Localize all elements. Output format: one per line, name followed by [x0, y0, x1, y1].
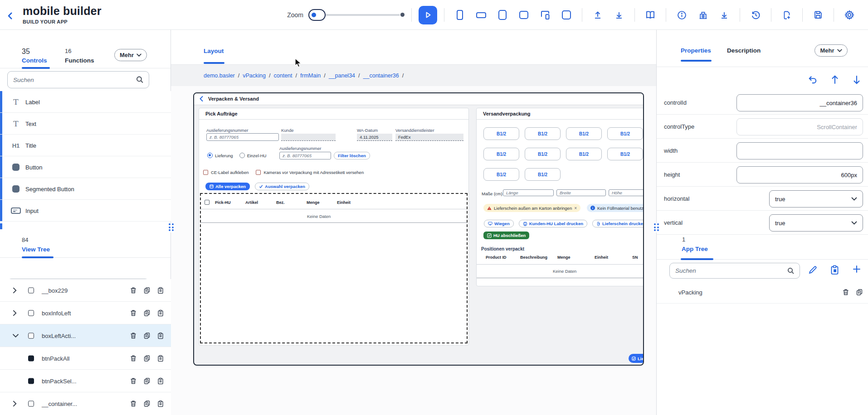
history-icon[interactable]	[747, 6, 764, 24]
tree-row-boxinfoleft[interactable]: boxInfoLeft	[0, 302, 171, 324]
zoom-slider-handle[interactable]	[308, 9, 326, 21]
hu-abschliessen-button[interactable]: HU abschließen	[483, 232, 529, 239]
tab-functions[interactable]: Functions	[65, 57, 94, 64]
copy-icon[interactable]	[144, 287, 150, 294]
radio-lieferung[interactable]	[207, 153, 213, 158]
package-b12-button[interactable]: B1/2	[483, 168, 519, 181]
breadcrumb-item[interactable]: __container36	[363, 72, 399, 79]
control-item-text[interactable]: T Text	[0, 113, 171, 135]
package-b12-button[interactable]: B1/2	[525, 148, 561, 160]
device-responsive-icon[interactable]	[536, 6, 554, 24]
close-icon[interactable]: ×	[574, 206, 577, 211]
package-b12-button[interactable]: B1/2	[607, 148, 643, 160]
tab-layout[interactable]: Layout	[204, 48, 224, 54]
move-down-icon[interactable]	[852, 75, 861, 85]
kameras-checkbox[interactable]	[256, 170, 261, 175]
chevron-right-icon[interactable]	[13, 287, 17, 293]
tab-view-tree[interactable]: View Tree	[22, 246, 50, 253]
auslieferungsnummer-input[interactable]	[206, 133, 279, 141]
copy-icon[interactable]	[144, 401, 150, 407]
paste-icon[interactable]	[157, 401, 164, 407]
package-b12-button[interactable]: B1/2	[525, 127, 561, 140]
device-phone-portrait-icon[interactable]	[451, 6, 468, 24]
height-input[interactable]	[736, 166, 863, 183]
control-item-input[interactable]: Input	[0, 200, 171, 222]
copy-icon[interactable]	[144, 355, 150, 362]
more-button[interactable]: Mehr	[814, 44, 848, 57]
building-icon[interactable]	[694, 6, 712, 24]
tree-row-boxleftacti-selected[interactable]: boxLeftActi...	[0, 324, 171, 347]
package-b12-button[interactable]: B1/2	[483, 148, 519, 160]
back-icon[interactable]	[6, 11, 16, 21]
copy-icon[interactable]	[144, 377, 150, 384]
breadcrumb-item[interactable]: frmMain	[300, 72, 321, 79]
control-item-partial[interactable]	[0, 223, 171, 229]
width-input[interactable]	[736, 142, 863, 159]
clipped-lieferung-button[interactable]: Liefe	[629, 354, 644, 363]
delete-icon[interactable]	[130, 377, 137, 384]
control-item-segmented-button[interactable]: Segmented Button	[0, 178, 171, 200]
info-icon[interactable]	[673, 6, 690, 24]
breite-input[interactable]	[556, 189, 606, 196]
chevron-right-icon[interactable]	[13, 310, 17, 316]
control-item-button[interactable]: Button	[0, 156, 171, 178]
hoehe-input[interactable]	[609, 189, 644, 196]
tab-properties[interactable]: Properties	[681, 47, 711, 54]
add-plus-icon[interactable]	[852, 264, 862, 274]
tree-row-btnpackall[interactable]: btnPackAll	[0, 347, 171, 370]
package-b12-button[interactable]: B1/2	[566, 148, 602, 160]
control-item-label[interactable]: T Label	[0, 91, 171, 113]
right-splitter-handle[interactable]	[653, 223, 659, 232]
controlid-input[interactable]	[736, 94, 863, 111]
tab-controls[interactable]: Controls	[22, 57, 47, 64]
copy-icon[interactable]	[144, 332, 150, 339]
save-icon[interactable]	[809, 6, 827, 24]
breadcrumb-item[interactable]: demo.basler	[204, 72, 235, 79]
vertical-select[interactable]: true	[769, 214, 863, 232]
breadcrumb-item[interactable]: __panel34	[329, 72, 355, 79]
kunden-hu-label-drucken-button[interactable]: Kunden-HU Label drucken	[519, 220, 587, 227]
breadcrumb-item[interactable]: content	[274, 72, 293, 79]
controls-search-input[interactable]	[13, 72, 123, 88]
device-desktop-icon[interactable]	[558, 6, 575, 24]
paste-icon[interactable]	[157, 377, 164, 384]
package-b12-button[interactable]: B1/2	[607, 127, 643, 140]
paste-icon[interactable]	[157, 355, 164, 362]
settings-gear-icon[interactable]	[841, 6, 858, 24]
documentation-book-icon[interactable]	[642, 6, 659, 24]
tree-row-btnpacksel[interactable]: btnPackSel...	[0, 370, 171, 392]
paste-icon[interactable]	[157, 287, 164, 294]
horizontal-select[interactable]: true	[769, 190, 863, 208]
upload-icon[interactable]	[589, 6, 606, 24]
preview-back-icon[interactable]	[200, 96, 203, 101]
zoom-slider[interactable]	[308, 9, 405, 21]
tree-row-container[interactable]: __container...	[0, 392, 171, 415]
tab-description[interactable]: Description	[727, 47, 761, 54]
new-file-icon[interactable]	[778, 6, 795, 24]
left-splitter-handle[interactable]	[168, 223, 174, 232]
app-tree-row-vpacking[interactable]: vPacking	[657, 281, 868, 304]
controls-search[interactable]	[7, 71, 149, 88]
filter-loeschen-button[interactable]: Filter löschen	[334, 152, 370, 159]
auswahl-verpacken-button[interactable]: Auswahl verpacken	[255, 183, 309, 190]
download-icon[interactable]	[610, 6, 628, 24]
paste-clipboard-icon[interactable]	[830, 265, 839, 275]
app-tree-search-input[interactable]	[675, 263, 776, 278]
delete-icon[interactable]	[130, 309, 137, 316]
table-select-all-checkbox[interactable]	[205, 200, 210, 205]
delete-icon[interactable]	[130, 355, 137, 362]
control-item-title[interactable]: H1 Title	[0, 135, 171, 156]
device-tablet-landscape-icon[interactable]	[515, 6, 532, 24]
delete-icon[interactable]	[130, 332, 137, 339]
tree-row-box229[interactable]: __box229	[0, 279, 171, 302]
wiegen-button[interactable]: Wiegen	[484, 220, 514, 227]
chevron-down-icon[interactable]	[13, 333, 19, 338]
breadcrumb-item[interactable]: vPacking	[243, 72, 266, 79]
alle-verpacken-button[interactable]: Alle verpacken	[205, 183, 250, 190]
laenge-input[interactable]	[503, 189, 554, 196]
package-b12-button[interactable]: B1/2	[566, 127, 602, 140]
ce-label-checkbox[interactable]	[203, 170, 208, 175]
delete-icon[interactable]	[843, 289, 849, 295]
delete-icon[interactable]	[130, 287, 137, 294]
package-b12-button[interactable]: B1/2	[525, 168, 561, 181]
